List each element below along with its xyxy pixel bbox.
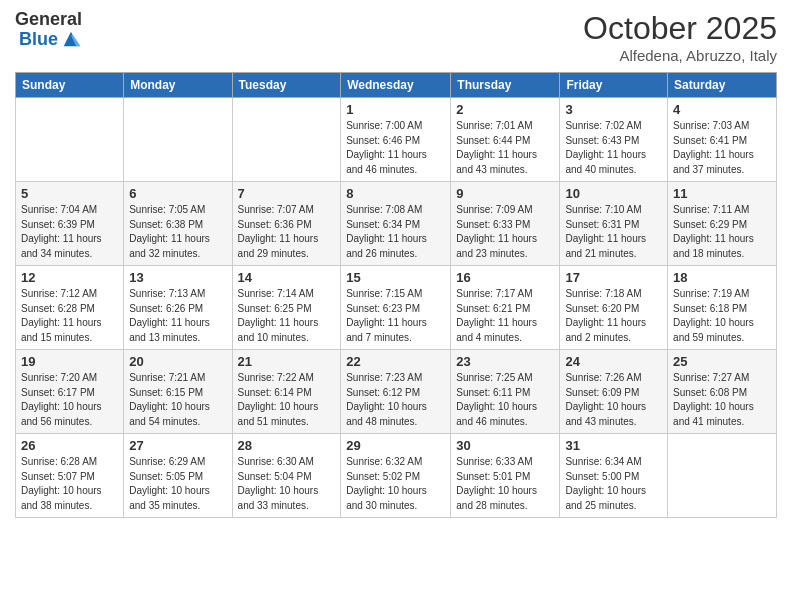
table-row: 26Sunrise: 6:28 AM Sunset: 5:07 PM Dayli…	[16, 434, 124, 518]
day-info: Sunrise: 7:11 AM Sunset: 6:29 PM Dayligh…	[673, 203, 771, 261]
table-row: 9Sunrise: 7:09 AM Sunset: 6:33 PM Daylig…	[451, 182, 560, 266]
logo-icon	[60, 28, 82, 50]
calendar-table: Sunday Monday Tuesday Wednesday Thursday…	[15, 72, 777, 518]
day-info: Sunrise: 7:20 AM Sunset: 6:17 PM Dayligh…	[21, 371, 118, 429]
header-sunday: Sunday	[16, 73, 124, 98]
table-row: 12Sunrise: 7:12 AM Sunset: 6:28 PM Dayli…	[16, 266, 124, 350]
table-row: 28Sunrise: 6:30 AM Sunset: 5:04 PM Dayli…	[232, 434, 341, 518]
day-info: Sunrise: 7:12 AM Sunset: 6:28 PM Dayligh…	[21, 287, 118, 345]
logo-blue: Blue	[19, 30, 58, 48]
table-row: 14Sunrise: 7:14 AM Sunset: 6:25 PM Dayli…	[232, 266, 341, 350]
table-row: 24Sunrise: 7:26 AM Sunset: 6:09 PM Dayli…	[560, 350, 668, 434]
day-info: Sunrise: 7:21 AM Sunset: 6:15 PM Dayligh…	[129, 371, 226, 429]
table-row: 5Sunrise: 7:04 AM Sunset: 6:39 PM Daylig…	[16, 182, 124, 266]
day-info: Sunrise: 7:13 AM Sunset: 6:26 PM Dayligh…	[129, 287, 226, 345]
day-info: Sunrise: 7:27 AM Sunset: 6:08 PM Dayligh…	[673, 371, 771, 429]
table-row: 25Sunrise: 7:27 AM Sunset: 6:08 PM Dayli…	[668, 350, 777, 434]
day-number: 7	[238, 186, 336, 201]
day-number: 31	[565, 438, 662, 453]
header-tuesday: Tuesday	[232, 73, 341, 98]
table-row: 21Sunrise: 7:22 AM Sunset: 6:14 PM Dayli…	[232, 350, 341, 434]
day-number: 22	[346, 354, 445, 369]
table-row	[124, 98, 232, 182]
day-info: Sunrise: 7:01 AM Sunset: 6:44 PM Dayligh…	[456, 119, 554, 177]
page-container: General Blue October 2025 Alfedena, Abru…	[0, 0, 792, 528]
table-row: 23Sunrise: 7:25 AM Sunset: 6:11 PM Dayli…	[451, 350, 560, 434]
table-row: 6Sunrise: 7:05 AM Sunset: 6:38 PM Daylig…	[124, 182, 232, 266]
day-number: 6	[129, 186, 226, 201]
day-number: 16	[456, 270, 554, 285]
day-info: Sunrise: 7:07 AM Sunset: 6:36 PM Dayligh…	[238, 203, 336, 261]
day-number: 9	[456, 186, 554, 201]
title-block: October 2025 Alfedena, Abruzzo, Italy	[583, 10, 777, 64]
day-number: 29	[346, 438, 445, 453]
table-row: 18Sunrise: 7:19 AM Sunset: 6:18 PM Dayli…	[668, 266, 777, 350]
day-number: 2	[456, 102, 554, 117]
day-number: 18	[673, 270, 771, 285]
header-thursday: Thursday	[451, 73, 560, 98]
day-number: 5	[21, 186, 118, 201]
table-row	[668, 434, 777, 518]
table-row: 7Sunrise: 7:07 AM Sunset: 6:36 PM Daylig…	[232, 182, 341, 266]
header: General Blue October 2025 Alfedena, Abru…	[15, 10, 777, 64]
day-number: 27	[129, 438, 226, 453]
table-row	[16, 98, 124, 182]
table-row: 30Sunrise: 6:33 AM Sunset: 5:01 PM Dayli…	[451, 434, 560, 518]
day-number: 23	[456, 354, 554, 369]
table-row: 22Sunrise: 7:23 AM Sunset: 6:12 PM Dayli…	[341, 350, 451, 434]
day-number: 21	[238, 354, 336, 369]
day-number: 4	[673, 102, 771, 117]
month-title: October 2025	[583, 10, 777, 47]
day-info: Sunrise: 7:18 AM Sunset: 6:20 PM Dayligh…	[565, 287, 662, 345]
header-saturday: Saturday	[668, 73, 777, 98]
day-info: Sunrise: 7:26 AM Sunset: 6:09 PM Dayligh…	[565, 371, 662, 429]
day-info: Sunrise: 7:22 AM Sunset: 6:14 PM Dayligh…	[238, 371, 336, 429]
table-row: 8Sunrise: 7:08 AM Sunset: 6:34 PM Daylig…	[341, 182, 451, 266]
table-row: 19Sunrise: 7:20 AM Sunset: 6:17 PM Dayli…	[16, 350, 124, 434]
day-number: 19	[21, 354, 118, 369]
header-monday: Monday	[124, 73, 232, 98]
day-number: 11	[673, 186, 771, 201]
day-number: 24	[565, 354, 662, 369]
weekday-header-row: Sunday Monday Tuesday Wednesday Thursday…	[16, 73, 777, 98]
day-info: Sunrise: 7:25 AM Sunset: 6:11 PM Dayligh…	[456, 371, 554, 429]
day-number: 10	[565, 186, 662, 201]
day-info: Sunrise: 7:14 AM Sunset: 6:25 PM Dayligh…	[238, 287, 336, 345]
day-info: Sunrise: 7:02 AM Sunset: 6:43 PM Dayligh…	[565, 119, 662, 177]
day-number: 1	[346, 102, 445, 117]
day-info: Sunrise: 7:23 AM Sunset: 6:12 PM Dayligh…	[346, 371, 445, 429]
table-row: 13Sunrise: 7:13 AM Sunset: 6:26 PM Dayli…	[124, 266, 232, 350]
day-number: 17	[565, 270, 662, 285]
day-number: 13	[129, 270, 226, 285]
table-row: 16Sunrise: 7:17 AM Sunset: 6:21 PM Dayli…	[451, 266, 560, 350]
calendar-week-row: 12Sunrise: 7:12 AM Sunset: 6:28 PM Dayli…	[16, 266, 777, 350]
day-info: Sunrise: 7:15 AM Sunset: 6:23 PM Dayligh…	[346, 287, 445, 345]
calendar-week-row: 26Sunrise: 6:28 AM Sunset: 5:07 PM Dayli…	[16, 434, 777, 518]
table-row: 20Sunrise: 7:21 AM Sunset: 6:15 PM Dayli…	[124, 350, 232, 434]
header-friday: Friday	[560, 73, 668, 98]
day-number: 26	[21, 438, 118, 453]
day-info: Sunrise: 7:08 AM Sunset: 6:34 PM Dayligh…	[346, 203, 445, 261]
table-row: 31Sunrise: 6:34 AM Sunset: 5:00 PM Dayli…	[560, 434, 668, 518]
day-number: 25	[673, 354, 771, 369]
day-number: 20	[129, 354, 226, 369]
day-info: Sunrise: 7:04 AM Sunset: 6:39 PM Dayligh…	[21, 203, 118, 261]
day-number: 15	[346, 270, 445, 285]
location-subtitle: Alfedena, Abruzzo, Italy	[583, 47, 777, 64]
day-number: 8	[346, 186, 445, 201]
calendar-week-row: 5Sunrise: 7:04 AM Sunset: 6:39 PM Daylig…	[16, 182, 777, 266]
table-row	[232, 98, 341, 182]
day-info: Sunrise: 6:28 AM Sunset: 5:07 PM Dayligh…	[21, 455, 118, 513]
logo-general: General	[15, 10, 82, 28]
table-row: 1Sunrise: 7:00 AM Sunset: 6:46 PM Daylig…	[341, 98, 451, 182]
table-row: 2Sunrise: 7:01 AM Sunset: 6:44 PM Daylig…	[451, 98, 560, 182]
day-info: Sunrise: 6:29 AM Sunset: 5:05 PM Dayligh…	[129, 455, 226, 513]
table-row: 10Sunrise: 7:10 AM Sunset: 6:31 PM Dayli…	[560, 182, 668, 266]
header-wednesday: Wednesday	[341, 73, 451, 98]
day-info: Sunrise: 7:10 AM Sunset: 6:31 PM Dayligh…	[565, 203, 662, 261]
table-row: 11Sunrise: 7:11 AM Sunset: 6:29 PM Dayli…	[668, 182, 777, 266]
day-info: Sunrise: 7:09 AM Sunset: 6:33 PM Dayligh…	[456, 203, 554, 261]
day-number: 14	[238, 270, 336, 285]
day-info: Sunrise: 7:17 AM Sunset: 6:21 PM Dayligh…	[456, 287, 554, 345]
day-info: Sunrise: 7:00 AM Sunset: 6:46 PM Dayligh…	[346, 119, 445, 177]
